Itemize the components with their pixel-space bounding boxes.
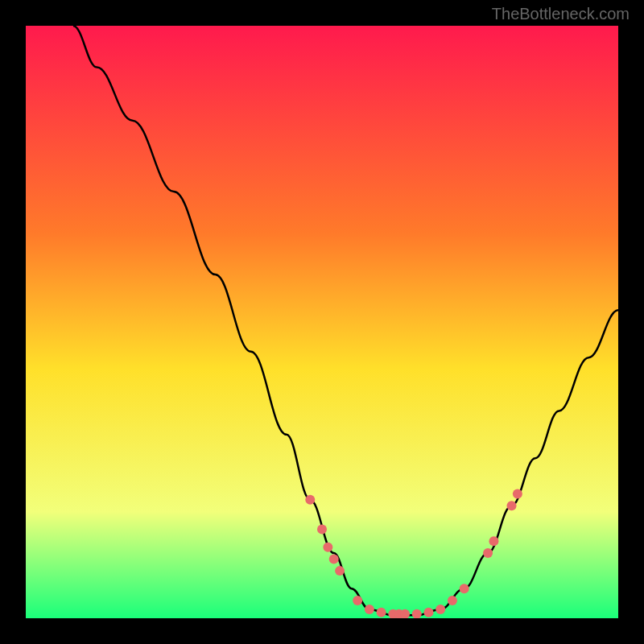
data-marker (305, 495, 315, 505)
data-marker (460, 584, 469, 593)
data-marker (507, 501, 517, 510)
data-marker (513, 489, 522, 498)
data-marker (329, 554, 339, 564)
data-marker (365, 605, 374, 614)
data-marker (323, 543, 332, 552)
data-marker (448, 596, 457, 605)
data-marker (335, 566, 345, 576)
data-marker (353, 596, 362, 605)
watermark-text: TheBottleneck.com (492, 5, 630, 23)
data-marker (377, 608, 386, 617)
chart-container (26, 26, 618, 618)
data-marker (483, 548, 493, 558)
data-marker (317, 525, 327, 535)
bottleneck-chart (26, 26, 618, 618)
data-marker (423, 608, 433, 617)
data-marker (436, 605, 445, 614)
data-marker (489, 536, 498, 546)
